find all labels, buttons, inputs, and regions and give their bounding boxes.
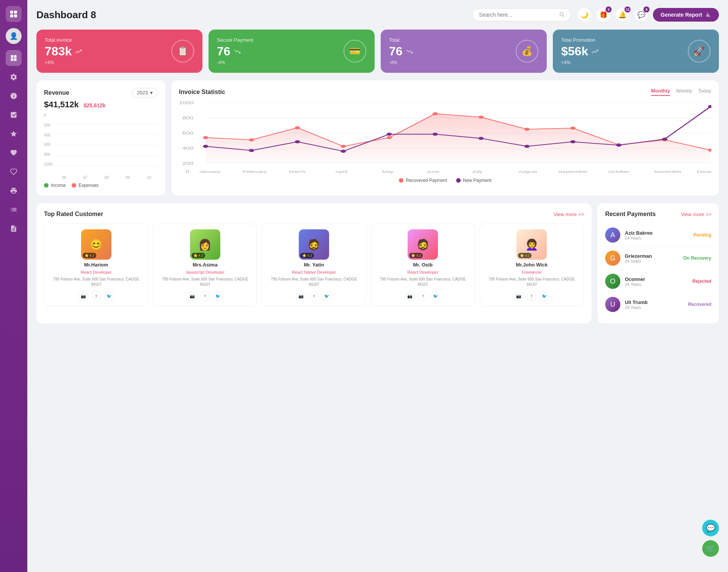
customers-view-more[interactable]: View more >> [554, 212, 584, 217]
facebook-icon-0[interactable]: f [91, 291, 101, 301]
gift-icon-btn[interactable]: 🎁 2 [596, 8, 610, 22]
twitter-icon-3[interactable]: 🐦 [431, 291, 441, 301]
svg-rect-3 [14, 14, 17, 17]
line-chart-legend: Recovered Payment New Payment [179, 178, 711, 183]
invoice-chart-card: Invoice Statistic Monthly Weekly Today [171, 80, 719, 196]
customer-address-0: 795 Folsom Ave, Suite 600 San Francisco,… [48, 277, 144, 287]
header-icons: 🌙 🎁 2 🔔 12 💬 5 Generate Report [577, 8, 719, 22]
instagram-icon-3[interactable]: 📷 [405, 291, 415, 301]
total-icon: 💰 [516, 40, 538, 63]
customers-header: Top Rated Customer View more >> [44, 211, 584, 218]
invoice-icon: 📋 [171, 40, 194, 63]
svg-text:December: December [697, 170, 711, 174]
invoice-chart-tabs: Monthly Weekly Today [651, 88, 711, 96]
payment-info-2: Oconner 24 Years [625, 276, 688, 287]
sidebar-item-heart1[interactable] [6, 145, 22, 161]
facebook-icon-4[interactable]: f [527, 291, 537, 301]
twitter-icon-0[interactable]: 🐦 [104, 291, 114, 301]
sidebar-item-list[interactable] [6, 202, 22, 218]
svg-point-38 [662, 138, 667, 141]
sidebar-item-print[interactable] [6, 183, 22, 199]
payment-status-1: On Recovery [683, 255, 711, 261]
generate-report-button[interactable]: Generate Report [653, 8, 719, 22]
support-floating-btn[interactable]: 💬 [702, 520, 719, 536]
invoice-trend-icon [75, 48, 82, 55]
twitter-icon-2[interactable]: 🐦 [322, 291, 332, 301]
cart-floating-btn[interactable]: 🛒 [702, 540, 719, 557]
sidebar-item-doc[interactable] [6, 221, 22, 237]
rating-badge-0: ⭐ 4.2 [83, 253, 96, 258]
instagram-icon-2[interactable]: 📷 [296, 291, 306, 301]
customer-card-0: 😊 ⭐ 4.2 Mr.Hariom React Developer 795 Fo… [44, 224, 148, 307]
svg-point-23 [524, 128, 530, 131]
twitter-icon-1[interactable]: 🐦 [213, 291, 223, 301]
customer-avatar-3: 🧔 ⭐ 4.2 [408, 229, 438, 260]
payment-age-0: 24 Years [625, 236, 689, 240]
svg-text:August: August [518, 170, 537, 174]
user-avatar[interactable]: 👤 [6, 28, 22, 44]
total-value: 76 [389, 44, 413, 58]
svg-text:800: 800 [182, 116, 193, 120]
instagram-icon-1[interactable]: 📷 [187, 291, 197, 301]
tab-weekly[interactable]: Weekly [676, 88, 692, 96]
sidebar-item-info[interactable] [6, 88, 22, 104]
instagram-icon-4[interactable]: 📷 [514, 291, 524, 301]
line-chart-svg: 1000 800 600 400 200 0 [179, 99, 711, 175]
payment-trend-icon [234, 48, 241, 55]
instagram-icon-0[interactable]: 📷 [78, 291, 88, 301]
sidebar-item-settings[interactable] [6, 69, 22, 85]
svg-point-37 [616, 144, 621, 147]
tab-monthly[interactable]: Monthly [651, 88, 670, 96]
customer-name-1: Mrs.Asima [193, 262, 218, 268]
sidebar-item-star[interactable] [6, 126, 22, 142]
sidebar-logo[interactable] [6, 6, 22, 22]
bell-icon-btn[interactable]: 🔔 12 [615, 8, 629, 22]
customer-avatar-4: 👩‍🦱 ⭐ 4.2 [516, 229, 547, 260]
payment-name-1: Griezerman [625, 253, 679, 259]
dark-mode-toggle[interactable]: 🌙 [577, 8, 592, 22]
customer-card-1: 👩 ⭐ 4.2 Mrs.Asima Javascript Developer 7… [153, 224, 257, 307]
customer-avatar-2: 🧔 ⭐ 4.2 [299, 229, 329, 260]
revenue-amount-sub: $25,612k [83, 102, 105, 108]
year-selector[interactable]: 2023 ▾ [132, 88, 158, 97]
main-content: Dashboard 8 🌙 🎁 2 🔔 12 💬 5 Generate Repo… [27, 0, 728, 572]
bell-badge: 12 [624, 6, 631, 13]
svg-point-21 [433, 112, 438, 115]
svg-point-33 [433, 133, 438, 136]
bottom-row: Top Rated Customer View more >> 😊 ⭐ 4.2 … [36, 203, 719, 323]
legend-new-dot [456, 178, 461, 183]
search-input[interactable] [479, 12, 556, 18]
stat-card-total: Total 76 -4% 💰 [381, 30, 547, 73]
sidebar-item-dashboard[interactable] [6, 50, 22, 66]
chat-icon-btn[interactable]: 💬 5 [634, 8, 648, 22]
facebook-icon-1[interactable]: f [200, 291, 210, 301]
payment-avatar-1: G [605, 251, 620, 266]
payments-view-more[interactable]: View more >> [681, 212, 711, 217]
svg-point-22 [479, 116, 484, 119]
facebook-icon-2[interactable]: f [309, 291, 319, 301]
svg-rect-2 [10, 14, 13, 17]
payment-label: Secure Payment [217, 37, 253, 43]
svg-text:July: July [472, 170, 483, 174]
bar-chart-legend: Income Expenses [44, 183, 158, 188]
payment-status-2: Rejected [692, 279, 711, 284]
sidebar-item-analytics[interactable] [6, 107, 22, 123]
invoice-stat-title: Invoice Statistic [179, 89, 225, 96]
svg-point-18 [295, 126, 300, 129]
twitter-icon-4[interactable]: 🐦 [540, 291, 549, 301]
sidebar-item-heart2[interactable] [6, 164, 22, 180]
rating-badge-3: ⭐ 4.2 [409, 253, 423, 258]
invoice-line-chart: 1000 800 600 400 200 0 [179, 99, 711, 175]
facebook-icon-3[interactable]: f [418, 291, 428, 301]
floating-buttons: 💬 🛒 [702, 520, 719, 557]
payment-name-2: Oconner [625, 276, 688, 282]
tab-today[interactable]: Today [698, 88, 711, 96]
bar-chart-y-labels: 10008006004002000 [44, 113, 55, 166]
invoice-value: 783k [45, 44, 82, 58]
rating-badge-1: ⭐ 4.2 [191, 253, 205, 258]
search-icon [559, 12, 565, 18]
svg-text:600: 600 [182, 131, 193, 135]
svg-text:400: 400 [182, 146, 193, 150]
customer-card-4: 👩‍🦱 ⭐ 4.2 Mr.John Wick Freelancer 795 Fo… [480, 224, 584, 307]
stat-card-invoice: Total invoice 783k +4% 📋 [36, 30, 202, 73]
